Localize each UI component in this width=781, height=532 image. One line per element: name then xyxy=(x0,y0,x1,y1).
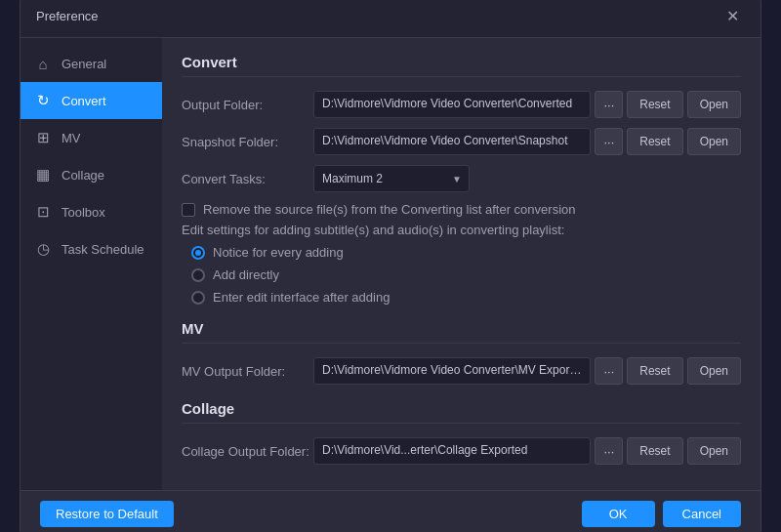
radio-edit[interactable] xyxy=(191,291,205,305)
main-content: Convert Output Folder: D:\Vidmore\Vidmor… xyxy=(162,38,760,490)
sidebar-item-general[interactable]: ⌂ General xyxy=(21,46,162,82)
mv-output-folder-row: MV Output Folder: D:\Vidmore\Vidmore Vid… xyxy=(182,357,741,385)
ok-button[interactable]: OK xyxy=(582,501,655,527)
preference-dialog: Preference ✕ ⌂ General ↻ Convert ⊞ MV ▦ … xyxy=(20,0,761,532)
collage-output-folder-path[interactable]: D:\Vidmore\Vid...erter\Collage Exported xyxy=(313,437,591,465)
sidebar-label-task-schedule: Task Schedule xyxy=(62,242,144,257)
cancel-button[interactable]: Cancel xyxy=(663,501,741,527)
remove-source-label: Remove the source file(s) from the Conve… xyxy=(203,202,576,217)
mv-icon: ⊞ xyxy=(34,129,52,146)
snapshot-folder-row: Snapshot Folder: D:\Vidmore\Vidmore Vide… xyxy=(182,128,741,155)
sidebar: ⌂ General ↻ Convert ⊞ MV ▦ Collage ⊡ Too… xyxy=(21,38,162,490)
radio-notice-row[interactable]: Notice for every adding xyxy=(191,245,741,260)
snapshot-folder-path[interactable]: D:\Vidmore\Vidmore Video Converter\Snaps… xyxy=(313,128,591,155)
snapshot-folder-ellipsis-button[interactable]: ··· xyxy=(595,128,623,155)
radio-edit-row[interactable]: Enter edit interface after adding xyxy=(191,290,741,305)
sidebar-label-convert: Convert xyxy=(62,94,106,108)
home-icon: ⌂ xyxy=(34,56,52,72)
mv-reset-button[interactable]: Reset xyxy=(627,357,682,385)
mv-output-folder-path[interactable]: D:\Vidmore\Vidmore Video Converter\MV Ex… xyxy=(313,357,591,385)
collage-output-folder-row: Collage Output Folder: D:\Vidmore\Vid...… xyxy=(182,437,741,465)
sidebar-item-convert[interactable]: ↻ Convert xyxy=(21,82,162,119)
title-bar: Preference ✕ xyxy=(21,0,760,38)
snapshot-folder-open-button[interactable]: Open xyxy=(687,128,741,155)
snapshot-folder-label: Snapshot Folder: xyxy=(182,135,313,149)
output-folder-path[interactable]: D:\Vidmore\Vidmore Video Converter\Conve… xyxy=(313,91,591,118)
convert-section: Convert Output Folder: D:\Vidmore\Vidmor… xyxy=(182,54,741,305)
remove-source-checkbox[interactable] xyxy=(182,203,195,217)
convert-tasks-row: Convert Tasks: Maximum 1 Maximum 2 Maxim… xyxy=(182,165,741,192)
sidebar-label-general: General xyxy=(62,57,106,71)
radio-edit-label: Enter edit interface after adding xyxy=(213,290,390,305)
collage-ellipsis-button[interactable]: ··· xyxy=(595,437,623,465)
radio-group: Notice for every adding Add directly Ent… xyxy=(191,245,741,305)
footer-right: OK Cancel xyxy=(582,501,741,527)
mv-section: MV MV Output Folder: D:\Vidmore\Vidmore … xyxy=(182,320,741,385)
output-folder-label: Output Folder: xyxy=(182,98,313,112)
collage-open-button[interactable]: Open xyxy=(687,437,741,465)
mv-output-folder-label: MV Output Folder: xyxy=(182,364,313,379)
convert-tasks-select-wrap: Maximum 1 Maximum 2 Maximum 3 Maximum 4 … xyxy=(313,165,470,192)
subtitle-edit-label: Edit settings for adding subtitle(s) and… xyxy=(182,223,741,237)
snapshot-folder-reset-button[interactable]: Reset xyxy=(627,128,682,155)
collage-icon: ▦ xyxy=(34,166,52,184)
sidebar-item-toolbox[interactable]: ⊡ Toolbox xyxy=(21,193,162,230)
sidebar-label-mv: MV xyxy=(62,131,81,145)
dialog-body: ⌂ General ↻ Convert ⊞ MV ▦ Collage ⊡ Too… xyxy=(21,38,760,490)
remove-source-row: Remove the source file(s) from the Conve… xyxy=(182,202,741,217)
output-folder-open-button[interactable]: Open xyxy=(687,91,741,118)
close-button[interactable]: ✕ xyxy=(720,5,745,27)
radio-direct[interactable] xyxy=(191,268,205,282)
mv-section-title: MV xyxy=(182,320,741,344)
mv-ellipsis-button[interactable]: ··· xyxy=(595,357,623,385)
radio-notice-inner xyxy=(195,250,201,256)
radio-direct-row[interactable]: Add directly xyxy=(191,267,741,282)
collage-output-folder-label: Collage Output Folder: xyxy=(182,444,313,459)
collage-section-title: Collage xyxy=(182,400,741,424)
sidebar-item-task-schedule[interactable]: ◷ Task Schedule xyxy=(21,230,162,267)
sidebar-item-mv[interactable]: ⊞ MV xyxy=(21,119,162,156)
collage-section: Collage Collage Output Folder: D:\Vidmor… xyxy=(182,400,741,465)
mv-open-button[interactable]: Open xyxy=(687,357,741,385)
toolbox-icon: ⊡ xyxy=(34,203,52,221)
output-folder-ellipsis-button[interactable]: ··· xyxy=(595,91,623,118)
sidebar-label-toolbox: Toolbox xyxy=(62,205,105,220)
dialog-title: Preference xyxy=(36,9,99,23)
sidebar-item-collage[interactable]: ▦ Collage xyxy=(21,156,162,193)
clock-icon: ◷ xyxy=(34,240,52,258)
output-folder-reset-button[interactable]: Reset xyxy=(627,91,682,118)
dialog-footer: Restore to Default OK Cancel xyxy=(21,490,760,532)
radio-direct-label: Add directly xyxy=(213,267,279,282)
radio-notice[interactable] xyxy=(191,246,205,260)
output-folder-row: Output Folder: D:\Vidmore\Vidmore Video … xyxy=(182,91,741,118)
restore-default-button[interactable]: Restore to Default xyxy=(40,501,174,527)
convert-icon: ↻ xyxy=(34,92,52,109)
collage-reset-button[interactable]: Reset xyxy=(627,437,682,465)
sidebar-label-collage: Collage xyxy=(62,168,104,183)
convert-section-title: Convert xyxy=(182,54,741,77)
convert-tasks-label: Convert Tasks: xyxy=(182,172,313,186)
radio-notice-label: Notice for every adding xyxy=(213,245,344,260)
convert-tasks-select[interactable]: Maximum 1 Maximum 2 Maximum 3 Maximum 4 xyxy=(313,165,470,192)
